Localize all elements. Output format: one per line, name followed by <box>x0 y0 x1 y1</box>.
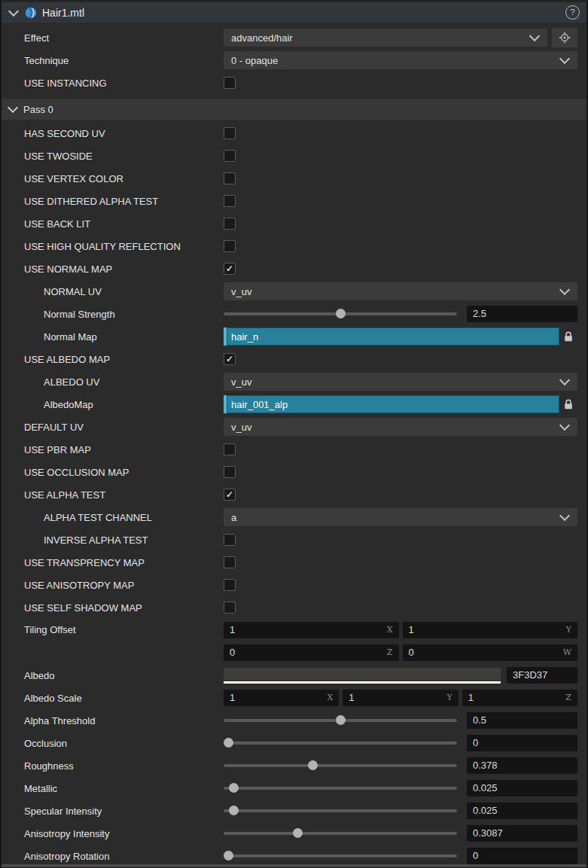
roughness-slider[interactable] <box>224 760 457 771</box>
lock-icon <box>562 398 574 410</box>
roughness-slider-handle[interactable] <box>308 760 318 770</box>
roughness-slider-track[interactable] <box>224 764 457 767</box>
albedo-scale-y-field[interactable]: 1Y <box>343 690 458 706</box>
anisotropy-intensity-slider[interactable] <box>224 828 457 839</box>
tiling-offset-line-1: 0Z0W <box>224 641 577 664</box>
anisotropy-intensity-slider-track[interactable] <box>224 832 457 835</box>
normal-strength-slider-handle[interactable] <box>336 309 346 318</box>
anisotropy-rotation-slider[interactable] <box>224 851 457 861</box>
metallic-slider[interactable] <box>224 783 457 793</box>
collapse-chevron-icon[interactable] <box>8 5 19 16</box>
normal-map-lock-button[interactable] <box>559 327 577 346</box>
normal-strength-value-field[interactable]: 2.5 <box>467 306 577 322</box>
alpha-threshold-value-field[interactable]: 0.5 <box>467 712 577 729</box>
help-icon[interactable]: ? <box>565 5 580 20</box>
albedo-hex-field[interactable]: 3F3D37 <box>507 667 577 684</box>
specular-intensity-slider-track[interactable] <box>224 809 457 812</box>
specular-intensity-slider[interactable] <box>224 806 457 816</box>
occlusion-slider[interactable] <box>224 738 457 748</box>
alpha-test-channel-dropdown[interactable]: a <box>224 508 577 526</box>
use-high-quality-reflection-checkbox[interactable] <box>224 240 236 252</box>
tiling-offset-x-field[interactable]: 1X <box>224 622 399 638</box>
normal-uv-dropdown[interactable]: v_uv <box>224 282 577 300</box>
anisotropy-rotation-value-field[interactable]: 0 <box>467 848 577 864</box>
control-default-uv: v_uv <box>224 418 577 436</box>
row-use-vertex-color: USE VERTEX COLOR <box>2 167 586 190</box>
control-use-albedo-map: ✓ <box>224 353 577 365</box>
label-use-self-shadow-map: USE SELF SHADOW MAP <box>2 602 224 614</box>
occlusion-slider-handle[interactable] <box>224 738 233 748</box>
default-uv-dropdown[interactable]: v_uv <box>224 418 577 436</box>
control-anisotropy-intensity: 0.3087 <box>224 825 577 842</box>
anisotropy-rotation-slider-handle[interactable] <box>224 851 233 860</box>
use-vertex-color-checkbox[interactable] <box>224 172 236 184</box>
row-normal-strength: Normal Strength2.5 <box>2 303 586 325</box>
label-use-dithered-alpha-test: USE DITHERED ALPHA TEST <box>2 196 224 207</box>
control-normal-map: hair_n <box>224 327 577 346</box>
albedo-swatch[interactable] <box>224 668 501 681</box>
albedo-scale-x-field[interactable]: 1X <box>224 690 339 706</box>
section-header-pass-0[interactable]: Pass 0 <box>2 99 586 120</box>
albedo-uv-value: v_uv <box>231 376 561 388</box>
specular-intensity-value-field[interactable]: 0.025 <box>467 803 577 819</box>
use-alpha-test-checkbox[interactable]: ✓ <box>224 489 236 501</box>
normal-map-texture-name: hair_n <box>231 331 258 343</box>
albedo-map-texture-field[interactable]: hair_001_alp <box>224 395 559 413</box>
property-rows: Effectadvanced/hairTechnique0 - opaqueUS… <box>2 26 586 867</box>
use-instancing-checkbox[interactable] <box>224 77 236 89</box>
albedo-uv-dropdown[interactable]: v_uv <box>224 373 577 391</box>
control-roughness: 0.378 <box>224 757 577 774</box>
label-effect: Effect <box>2 32 224 44</box>
control-albedo-scale: 1X1Y1Z <box>224 687 577 709</box>
albedo-scale-z-field[interactable]: 1Z <box>462 690 577 706</box>
use-anisotropy-map-checkbox[interactable] <box>224 579 236 591</box>
albedo-scale-z-value: 1 <box>468 692 474 703</box>
row-effect: Effectadvanced/hair <box>2 26 586 49</box>
pick-effect-button[interactable] <box>552 28 577 47</box>
metallic-slider-handle[interactable] <box>229 783 239 793</box>
occlusion-slider-track[interactable] <box>224 742 457 745</box>
use-normal-map-checkbox[interactable]: ✓ <box>224 263 236 275</box>
axis-label-x: X <box>387 622 393 638</box>
tiling-offset-w-field[interactable]: 0W <box>403 644 578 661</box>
specular-intensity-slider-handle[interactable] <box>229 806 239 815</box>
section-chevron-icon[interactable] <box>8 102 18 113</box>
albedo-scale-x-value: 1 <box>230 692 235 703</box>
has-second-uv-checkbox[interactable] <box>224 127 236 139</box>
anisotropy-intensity-value-field[interactable]: 0.3087 <box>467 825 577 842</box>
normal-strength-slider[interactable] <box>224 309 457 319</box>
occlusion-value-field[interactable]: 0 <box>467 735 577 751</box>
use-albedo-map-checkbox[interactable]: ✓ <box>224 353 236 365</box>
normal-map-texture-field[interactable]: hair_n <box>224 327 559 346</box>
label-use-alpha-test: USE ALPHA TEST <box>2 489 224 501</box>
row-use-high-quality-reflection: USE HIGH QUALITY REFLECTION <box>2 235 586 257</box>
tiling-offset-z-field[interactable]: 0Z <box>224 644 399 661</box>
use-self-shadow-map-checkbox[interactable] <box>224 602 236 614</box>
control-alpha-test-channel: a <box>224 508 577 526</box>
use-pbr-map-checkbox[interactable] <box>224 443 236 455</box>
use-occlusion-map-checkbox[interactable] <box>224 466 236 478</box>
anisotropy-intensity-slider-handle[interactable] <box>293 828 303 838</box>
label-use-back-lit: USE BACK LIT <box>2 218 224 230</box>
material-sphere-icon <box>25 7 37 19</box>
use-back-lit-checkbox[interactable] <box>224 218 236 230</box>
albedo-map-lock-button[interactable] <box>559 395 577 413</box>
material-title: Hair1.mtl <box>42 7 84 19</box>
alpha-threshold-slider-handle[interactable] <box>336 715 346 725</box>
tiling-offset-y-field[interactable]: 1Y <box>403 622 578 638</box>
metallic-value-field[interactable]: 0.025 <box>467 780 577 796</box>
albedo-color-picker[interactable] <box>224 668 501 684</box>
inverse-alpha-test-checkbox[interactable] <box>224 534 236 546</box>
use-twoside-checkbox[interactable] <box>224 150 236 162</box>
use-dithered-alpha-test-checkbox[interactable] <box>224 195 236 207</box>
metallic-slider-track[interactable] <box>224 787 457 790</box>
anisotropy-rotation-slider-track[interactable] <box>224 854 457 857</box>
use-transprency-map-checkbox[interactable] <box>224 556 236 568</box>
label-albedo-uv: ALBEDO UV <box>2 376 224 388</box>
alpha-threshold-slider[interactable] <box>224 715 457 726</box>
axis-label-z: Z <box>565 690 571 706</box>
material-header[interactable]: Hair1.mtl ? <box>2 2 586 23</box>
effect-dropdown[interactable]: advanced/hair <box>224 29 547 47</box>
technique-dropdown[interactable]: 0 - opaque <box>224 51 577 69</box>
roughness-value-field[interactable]: 0.378 <box>467 757 577 774</box>
